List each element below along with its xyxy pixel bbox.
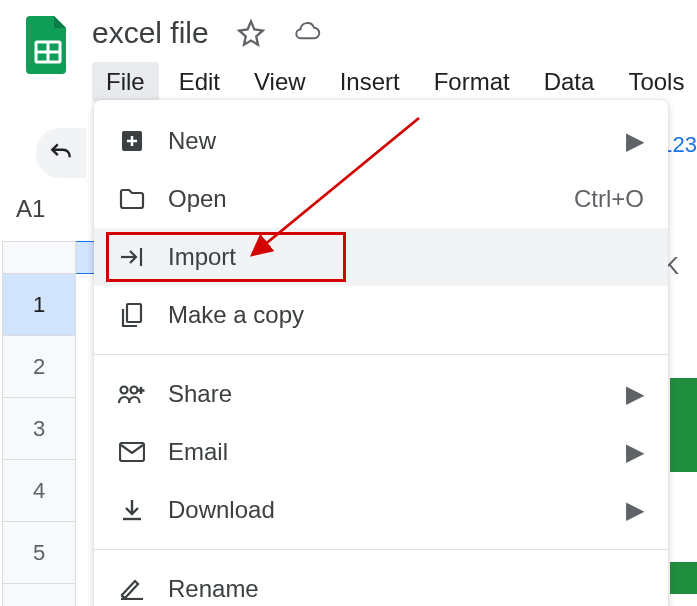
menubar-tools[interactable]: Tools xyxy=(614,62,697,102)
green-cell-1 xyxy=(670,378,697,472)
copy-icon xyxy=(118,301,146,329)
submenu-icon: ▶ xyxy=(626,380,644,408)
menu-share[interactable]: Share ▶ xyxy=(94,365,668,423)
menu-make-copy[interactable]: Make a copy xyxy=(94,286,668,344)
menu-rename-label: Rename xyxy=(168,575,644,603)
menu-open-label: Open xyxy=(168,185,574,213)
share-icon xyxy=(118,380,146,408)
cloud-icon[interactable] xyxy=(293,19,321,47)
namebox[interactable]: A1 xyxy=(16,195,45,223)
menu-import[interactable]: Import xyxy=(94,228,668,286)
menu-make-copy-label: Make a copy xyxy=(168,301,644,329)
submenu-icon: ▶ xyxy=(626,127,644,155)
download-icon xyxy=(118,496,146,524)
import-icon xyxy=(118,243,146,271)
menubar-format[interactable]: Format xyxy=(420,62,524,102)
menubar-file[interactable]: File xyxy=(92,62,159,102)
menu-divider xyxy=(94,354,668,355)
menu-download[interactable]: Download ▶ xyxy=(94,481,668,539)
menu-share-label: Share xyxy=(168,380,626,408)
menu-new-label: New xyxy=(168,127,626,155)
row-header-3[interactable]: 3 xyxy=(2,398,76,460)
menubar-insert[interactable]: Insert xyxy=(326,62,414,102)
menu-email-label: Email xyxy=(168,438,626,466)
menu-open-shortcut: Ctrl+O xyxy=(574,185,644,213)
rename-icon xyxy=(118,575,146,603)
col-a-header[interactable] xyxy=(76,241,96,274)
email-icon xyxy=(118,438,146,466)
menu-divider xyxy=(94,549,668,550)
menu-import-label: Import xyxy=(168,243,644,271)
menu-open[interactable]: Open Ctrl+O xyxy=(94,170,668,228)
menu-rename[interactable]: Rename xyxy=(94,560,668,606)
sheets-logo[interactable] xyxy=(26,10,70,80)
green-cell-2 xyxy=(670,562,697,594)
menu-email[interactable]: Email ▶ xyxy=(94,423,668,481)
menu-new[interactable]: New ▶ xyxy=(94,112,668,170)
file-menu: New ▶ Open Ctrl+O Import Make a copy Sha… xyxy=(94,100,668,606)
row-header-1[interactable]: 1 xyxy=(2,274,76,336)
svg-rect-4 xyxy=(127,304,141,322)
menubar-view[interactable]: View xyxy=(240,62,320,102)
undo-button[interactable] xyxy=(36,128,86,178)
doc-title[interactable]: excel file xyxy=(92,16,209,50)
svg-point-5 xyxy=(121,387,128,394)
row-header-2[interactable]: 2 xyxy=(2,336,76,398)
menubar-edit[interactable]: Edit xyxy=(165,62,234,102)
plus-square-icon xyxy=(118,127,146,155)
svg-point-6 xyxy=(131,387,138,394)
submenu-icon: ▶ xyxy=(626,438,644,466)
star-icon[interactable] xyxy=(237,19,265,47)
row-header-4[interactable]: 4 xyxy=(2,460,76,522)
row-header-5[interactable]: 5 xyxy=(2,522,76,584)
menubar-data[interactable]: Data xyxy=(530,62,609,102)
menu-download-label: Download xyxy=(168,496,626,524)
folder-icon xyxy=(118,185,146,213)
submenu-icon: ▶ xyxy=(626,496,644,524)
row-header-6[interactable]: 6 xyxy=(2,584,76,606)
menubar: File Edit View Insert Format Data Tools xyxy=(92,62,697,102)
select-all-corner[interactable] xyxy=(2,241,76,274)
